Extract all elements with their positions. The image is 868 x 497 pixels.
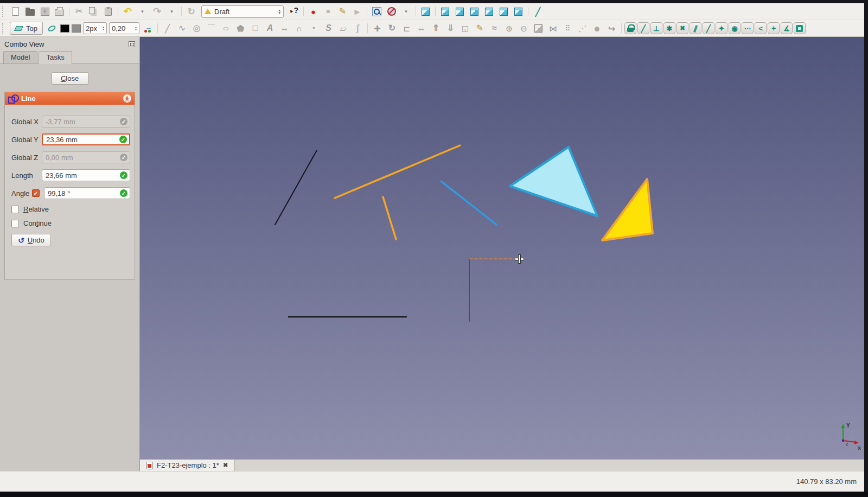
view-rear-button[interactable] <box>482 5 496 18</box>
snap-ortho-button[interactable]: ✦ <box>716 22 727 34</box>
blue-line[interactable] <box>441 181 496 225</box>
cut-button[interactable]: ✂ <box>72 5 86 18</box>
zoom-fit-all-button[interactable] <box>369 5 384 18</box>
snap-center-button[interactable]: ◉ <box>729 22 741 34</box>
yellow-triangle[interactable] <box>602 179 653 240</box>
draft-clone-button[interactable]: ☻ <box>590 22 604 35</box>
redo-menu-button[interactable]: ▾ <box>164 5 179 18</box>
view-axonometric-button[interactable] <box>418 5 433 18</box>
snap-endpoint-button[interactable]: ╱ <box>637 22 649 34</box>
close-button[interactable]: Close <box>52 72 88 85</box>
face-color-swatch[interactable] <box>72 24 81 33</box>
draft-dimension-button[interactable]: ↔ <box>277 22 292 35</box>
float-panel-icon[interactable] <box>129 41 135 47</box>
copy-button[interactable] <box>86 5 101 18</box>
continue-checkbox[interactable] <box>11 220 19 227</box>
draft-add-point-button[interactable]: ⊕ <box>502 22 516 35</box>
print-button[interactable] <box>52 5 67 18</box>
draft-array-button[interactable]: ⠿ <box>560 22 575 35</box>
spinner-arrows-icon[interactable]: ▴▾ <box>101 26 104 31</box>
draft-text-button[interactable]: A <box>263 22 277 35</box>
spinner-arrows-icon[interactable]: ▴▾ <box>133 26 137 31</box>
draft-edit-button[interactable]: ✎ <box>473 22 487 35</box>
draft-arc-button[interactable]: ⌒ <box>204 22 219 35</box>
draft-to-sketch-button[interactable]: ↪ <box>604 22 619 35</box>
macro-edit-button[interactable]: ✎ <box>335 5 350 18</box>
toolbar-handle[interactable] <box>2 6 6 17</box>
draft-upgrade-button[interactable]: ⇑ <box>429 22 443 35</box>
collapse-icon[interactable]: ≪ <box>123 94 131 103</box>
whats-this-button[interactable] <box>286 5 301 18</box>
spin-down-icon[interactable]: ▾ <box>135 28 137 31</box>
draft-shape-2d-view-button[interactable] <box>531 22 546 35</box>
snap-perpendicular-button[interactable]: ⊥ <box>650 22 662 34</box>
tab-model[interactable]: Model <box>3 51 37 63</box>
redo-button[interactable]: ↷ <box>150 5 164 18</box>
spinner-arrows-icon[interactable]: ▴▾ <box>277 9 280 14</box>
global-y-input[interactable] <box>43 136 129 144</box>
length-input[interactable] <box>42 171 130 180</box>
close-document-icon[interactable]: ✖ <box>223 462 228 469</box>
global-z-input[interactable] <box>42 154 130 162</box>
draft-wire-to-bspline-button[interactable]: ≈ <box>487 22 502 35</box>
measure-distance-button[interactable]: ╱ <box>531 5 545 18</box>
3d-viewport[interactable]: YXZ <box>140 37 864 459</box>
snap-intersection-button[interactable]: ✖ <box>676 22 688 34</box>
undo-button[interactable]: ↶ <box>120 5 135 18</box>
construction-mode-button[interactable] <box>44 22 59 35</box>
draft-facebinder-button[interactable]: ▱ <box>336 22 350 35</box>
angle-input[interactable] <box>44 189 130 197</box>
snap-lock-button[interactable] <box>624 22 636 34</box>
snap-grid-button[interactable]: ✱ <box>663 22 675 34</box>
workbench-selector[interactable]: Draft▴▾ <box>201 5 284 18</box>
draft-rectangle-button[interactable]: □ <box>248 22 263 35</box>
view-left-button[interactable] <box>511 5 526 18</box>
global-x-input[interactable] <box>42 118 130 126</box>
open-document-button[interactable] <box>23 5 37 18</box>
angle-lock-checkbox[interactable] <box>32 189 40 197</box>
document-tab[interactable]: F2-T23-ejemplo : 1* ✖ <box>140 460 235 471</box>
tab-tasks[interactable]: Tasks <box>39 51 72 64</box>
draw-style-menu-button[interactable]: ▾ <box>399 5 413 18</box>
draft-remove-point-button[interactable]: ⊖ <box>516 22 531 35</box>
draw-style-button[interactable] <box>384 5 399 18</box>
snap-angle-button[interactable]: ∡ <box>781 22 793 34</box>
snap-parallel-button[interactable]: ∥ <box>690 22 701 34</box>
refresh-button[interactable]: ↻ <box>184 5 199 18</box>
line-width-spinbox[interactable]: 2px▴▾ <box>83 22 107 34</box>
draft-point-button[interactable]: • <box>307 22 321 35</box>
paste-button[interactable] <box>101 5 116 18</box>
draft-downgrade-button[interactable]: ⇓ <box>443 22 458 35</box>
snap-extension-button[interactable]: ╱ <box>703 22 714 34</box>
undo-menu-button[interactable]: ▾ <box>135 5 150 18</box>
snap-near-button[interactable]: < <box>755 22 767 34</box>
draft-shapestring-button[interactable]: S <box>321 22 336 35</box>
top-view-button[interactable]: Top <box>10 22 43 35</box>
view-bottom-button[interactable] <box>496 5 511 18</box>
snap-special-button[interactable]: + <box>768 22 780 34</box>
toolbar-handle[interactable] <box>2 23 6 34</box>
macro-stop-button[interactable]: ■ <box>321 5 335 18</box>
black-line[interactable] <box>275 150 317 225</box>
draft-bspline-button[interactable]: ∩ <box>292 22 307 35</box>
spin-down-icon[interactable]: ▾ <box>278 11 280 14</box>
draft-bezier-button[interactable]: ∫ <box>350 22 365 35</box>
draft-line-button[interactable]: ╱ <box>160 22 175 35</box>
draft-wire-button[interactable]: ∿ <box>175 22 189 35</box>
snap-working-plane-button[interactable] <box>794 22 806 34</box>
view-front-button[interactable] <box>438 5 452 18</box>
undo-button[interactable]: ↺ Undo <box>11 234 51 246</box>
draft-rotate-button[interactable]: ↻ <box>385 22 399 35</box>
snap-dimensions-button[interactable]: ⋯ <box>742 22 754 34</box>
apply-style-button[interactable] <box>141 22 155 35</box>
orange-long-line[interactable] <box>335 145 460 198</box>
spin-down-icon[interactable]: ▾ <box>103 28 104 31</box>
save-document-button[interactable] <box>37 5 52 18</box>
draft-path-array-button[interactable]: ⋰ <box>575 22 590 35</box>
global-scale-spinbox[interactable]: 0,20▴▾ <box>109 22 139 34</box>
draft-offset-button[interactable]: ⊏ <box>399 22 414 35</box>
line-color-swatch[interactable] <box>60 24 69 33</box>
view-right-button[interactable] <box>467 5 482 18</box>
draft-scale-button[interactable]: ◱ <box>458 22 473 35</box>
draft-polygon-button[interactable] <box>233 22 248 35</box>
